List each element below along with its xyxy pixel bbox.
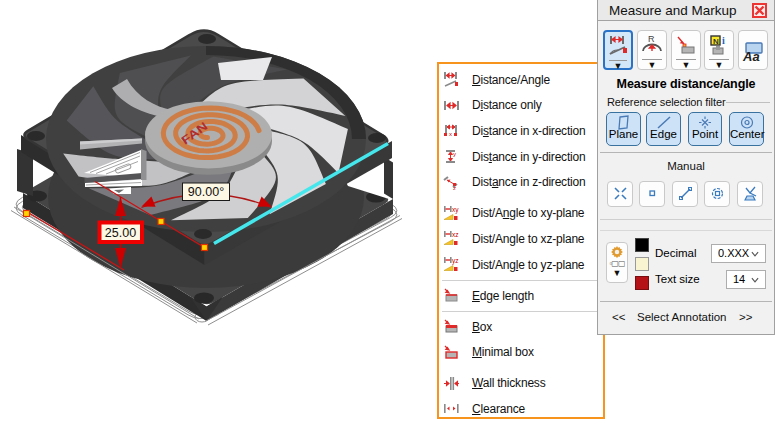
svg-text:90.00°: 90.00° <box>188 185 224 199</box>
svg-text:R: R <box>648 34 655 44</box>
svg-text:Aa: Aa <box>742 49 760 64</box>
svg-text:i: i <box>722 35 725 46</box>
svg-text:yz: yz <box>452 257 459 265</box>
svg-text:25.00: 25.00 <box>105 226 136 240</box>
svg-text:y: y <box>453 151 456 157</box>
svg-text:z: z <box>453 185 456 191</box>
svg-text:xy: xy <box>452 206 459 214</box>
svg-text:xz: xz <box>452 231 459 238</box>
svg-text:x: x <box>449 131 452 137</box>
svg-text:N: N <box>713 37 719 46</box>
